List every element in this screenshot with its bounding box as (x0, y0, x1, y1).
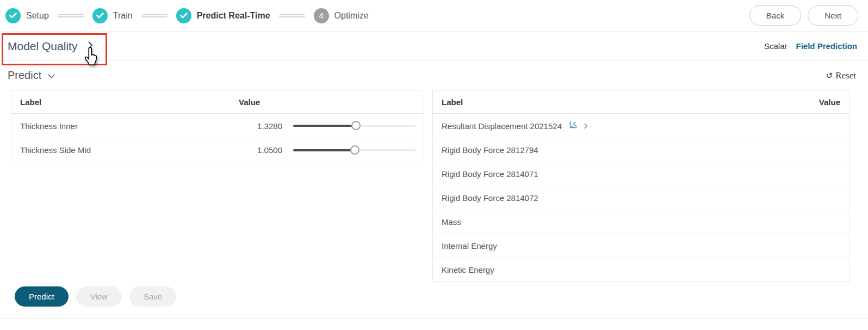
save-button[interactable]: Save (129, 286, 176, 307)
outputs-header-value: Value (805, 97, 849, 107)
output-label: Mass (433, 217, 805, 227)
check-circle-icon (176, 8, 191, 23)
model-quality-row: Model Quality Scalar Field Prediction (0, 32, 868, 61)
view-button[interactable]: View (76, 286, 122, 307)
value-slider[interactable] (293, 149, 416, 151)
inputs-table-body: Thickness Inner1.3280Thickness Side Mid1… (11, 114, 424, 162)
output-label: Resultant Displacement 2021524 (433, 121, 805, 131)
predict-section-header: Predict ↺ Reset (0, 61, 868, 90)
outputs-table: Label Value Resultant Displacement 20215… (432, 90, 850, 282)
inputs-table-header: Label Value (11, 90, 424, 114)
output-row: Kinetic Energy (433, 258, 849, 282)
step-label: Optimize (334, 11, 369, 21)
output-label: Rigid Body Force 2814071 (433, 169, 805, 179)
outputs-table-header: Label Value (433, 90, 849, 114)
step-number-badge: 4 (314, 8, 329, 23)
prediction-view-tabs: Scalar Field Prediction (764, 41, 857, 51)
output-label: Kinetic Energy (433, 265, 805, 274)
next-button[interactable]: Next (808, 5, 858, 26)
inputs-header-value: Value (239, 97, 282, 107)
stepper-connector (141, 14, 168, 17)
stepper-connector (279, 14, 305, 17)
step-train[interactable]: Train (92, 8, 133, 23)
outputs-header-label: Label (433, 97, 805, 107)
output-row: Rigid Body Force 2814072 (433, 186, 849, 210)
bottom-divider (0, 319, 868, 319)
top-bar: Setup Train Predict Real-Time 4 Optimize… (0, 0, 868, 32)
stepper-connector (58, 14, 84, 17)
step-label: Train (113, 11, 133, 21)
slider-thumb[interactable] (351, 121, 361, 130)
chevron-right-icon[interactable] (584, 121, 588, 131)
input-label: Thickness Side Mid (11, 145, 239, 155)
predict-section-title[interactable]: Predict (8, 69, 41, 82)
wizard-stepper: Setup Train Predict Real-Time 4 Optimize (5, 8, 369, 23)
wizard-nav-buttons: Back Next (749, 5, 858, 26)
slider-fill (293, 149, 355, 151)
inputs-header-label: Label (11, 97, 239, 107)
chevron-right-icon[interactable] (88, 41, 93, 51)
output-label: Rigid Body Force 2812794 (433, 145, 805, 155)
step-predict-real-time[interactable]: Predict Real-Time (176, 8, 270, 23)
action-buttons: Predict View Save (15, 286, 176, 307)
output-row: Resultant Displacement 2021524 (433, 114, 849, 138)
input-value: 1.0500 (239, 145, 282, 155)
input-label: Thickness Inner (11, 121, 239, 131)
predict-button[interactable]: Predict (15, 286, 69, 307)
outputs-table-body: Resultant Displacement 2021524Rigid Body… (433, 114, 849, 282)
step-optimize[interactable]: 4 Optimize (314, 8, 369, 23)
output-row: Internal Energy (433, 234, 849, 258)
step-label: Setup (26, 11, 49, 21)
undo-icon: ↺ (826, 71, 833, 81)
predict-title-toggle[interactable]: Predict (8, 69, 55, 82)
reset-button[interactable]: ↺ Reset (826, 70, 856, 81)
predict-main-area: Label Value Thickness Inner1.3280Thickne… (0, 90, 868, 319)
reset-label: Reset (835, 70, 856, 81)
check-circle-icon (92, 8, 108, 23)
output-label: Internal Energy (433, 241, 805, 250)
value-slider[interactable] (293, 125, 416, 127)
model-quality-header[interactable]: Model Quality (8, 40, 93, 53)
tab-field-prediction[interactable]: Field Prediction (796, 41, 857, 51)
output-row: Rigid Body Force 2812794 (433, 138, 849, 162)
model-quality-title[interactable]: Model Quality (8, 40, 77, 53)
inputs-table: Label Value Thickness Inner1.3280Thickne… (11, 90, 424, 162)
tab-scalar[interactable]: Scalar (764, 41, 788, 51)
output-row: Rigid Body Force 2814071 (433, 162, 849, 186)
output-row: Mass (433, 210, 849, 234)
slider-fill (293, 125, 356, 127)
input-row: Thickness Inner1.3280 (11, 114, 424, 138)
check-circle-icon (5, 8, 21, 23)
scatter-plot-icon[interactable] (569, 121, 578, 131)
slider-thumb[interactable] (350, 145, 359, 155)
chevron-down-icon[interactable] (48, 71, 55, 81)
output-label: Rigid Body Force 2814072 (433, 193, 805, 203)
input-row: Thickness Side Mid1.0500 (11, 138, 424, 162)
input-value: 1.3280 (239, 121, 282, 131)
step-label: Predict Real-Time (197, 11, 270, 21)
back-button[interactable]: Back (749, 5, 801, 26)
step-setup[interactable]: Setup (5, 8, 49, 23)
